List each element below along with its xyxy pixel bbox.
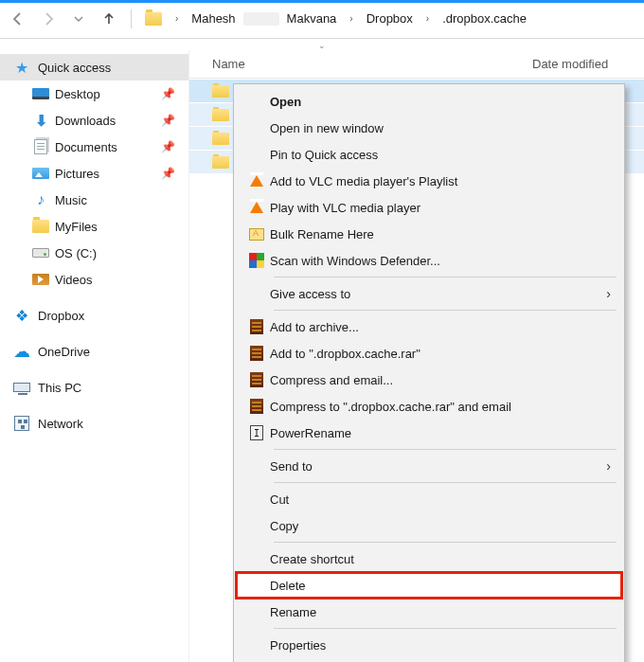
back-button[interactable] xyxy=(8,9,28,29)
vlc-icon xyxy=(243,175,270,187)
sidebar-item-network[interactable]: Network xyxy=(0,410,188,437)
recent-dropdown[interactable] xyxy=(68,9,89,29)
menu-item-properties[interactable]: Properties xyxy=(236,632,622,658)
desktop-icon xyxy=(32,85,49,102)
menu-item-label: Play with VLC media player xyxy=(270,201,613,215)
folder-icon xyxy=(212,133,229,145)
download-icon: ⬇ xyxy=(32,112,49,129)
menu-item-label: Create shortcut xyxy=(270,552,613,566)
sidebar-item-this-pc[interactable]: This PC xyxy=(0,374,188,401)
menu-item-copy[interactable]: Copy xyxy=(236,512,622,539)
pin-icon: 📌 xyxy=(161,114,175,127)
redacted xyxy=(243,12,279,26)
menu-item-powerrename[interactable]: IPowerRename xyxy=(236,420,622,446)
sidebar-item-desktop[interactable]: Desktop 📌 xyxy=(0,81,188,107)
sidebar-item-label: Quick access xyxy=(38,61,111,75)
sidebar-item-pictures[interactable]: Pictures 📌 xyxy=(0,160,188,187)
menu-item-label: Properties xyxy=(270,638,613,653)
menu-item-give-access[interactable]: Give access to› xyxy=(236,280,622,307)
breadcrumb-segment[interactable]: Mahesh xyxy=(188,9,239,27)
sidebar-item-downloads[interactable]: ⬇ Downloads 📌 xyxy=(0,107,188,134)
archive-icon xyxy=(243,399,270,414)
dropbox-icon: ❖ xyxy=(13,307,30,324)
folder-icon xyxy=(212,156,229,169)
menu-item-label: PowerRename xyxy=(270,426,613,440)
sidebar-item-label: Documents xyxy=(55,140,117,154)
sidebar-item-label: This PC xyxy=(38,381,81,395)
context-menu: Open Open in new window Pin to Quick acc… xyxy=(233,83,625,662)
menu-item-label: Delete xyxy=(270,579,613,593)
archive-icon xyxy=(243,319,270,334)
menu-item-defender-scan[interactable]: Scan with Windows Defender... xyxy=(236,247,622,274)
menu-item-open[interactable]: Open xyxy=(236,88,622,115)
sidebar-item-label: Videos xyxy=(55,273,93,287)
menu-item-label: Pin to Quick access xyxy=(270,148,613,162)
sidebar-item-onedrive[interactable]: ☁ OneDrive xyxy=(0,338,188,365)
breadcrumb[interactable]: › Mahesh Makvana › Dropbox › .dropbox.ca… xyxy=(143,6,636,31)
sidebar-item-label: OneDrive xyxy=(38,345,90,359)
column-date[interactable]: Date modified xyxy=(532,57,644,71)
videos-icon xyxy=(32,271,49,288)
vlc-icon xyxy=(243,202,270,213)
bulk-rename-icon xyxy=(243,228,270,241)
menu-item-compress-rar-email[interactable]: Compress to ".dropbox.cache.rar" and ema… xyxy=(236,393,622,420)
breadcrumb-segment[interactable]: .dropbox.cache xyxy=(438,9,530,27)
shield-icon xyxy=(243,253,270,268)
menu-item-vlc-playlist[interactable]: Add to VLC media player's Playlist xyxy=(236,168,622,194)
menu-item-label: Scan with Windows Defender... xyxy=(270,254,613,268)
sidebar-item-label: Pictures xyxy=(55,167,99,181)
sidebar-item-quick-access[interactable]: ★ Quick access xyxy=(0,54,188,81)
ribbon-toggle[interactable]: ⌄ xyxy=(0,41,644,50)
menu-item-label: Add to archive... xyxy=(270,320,613,334)
pin-icon: 📌 xyxy=(161,87,175,100)
menu-item-bulk-rename[interactable]: Bulk Rename Here xyxy=(236,221,622,247)
menu-item-open-new-window[interactable]: Open in new window xyxy=(236,115,622,141)
chevron-right-icon: › xyxy=(606,286,611,301)
menu-item-add-rar[interactable]: Add to ".dropbox.cache.rar" xyxy=(236,340,622,367)
sidebar-item-label: MyFiles xyxy=(55,220,98,234)
menu-item-delete[interactable]: Delete xyxy=(236,572,622,599)
sidebar-item-documents[interactable]: Documents 📌 xyxy=(0,134,188,160)
menu-item-label: Add to VLC media player's Playlist xyxy=(270,174,613,188)
sidebar-item-os-c[interactable]: OS (C:) xyxy=(0,240,188,266)
sidebar-item-label: Dropbox xyxy=(38,309,84,323)
address-bar: › Mahesh Makvana › Dropbox › .dropbox.ca… xyxy=(0,0,644,34)
drive-icon xyxy=(32,244,49,261)
menu-item-rename[interactable]: Rename xyxy=(236,599,622,625)
breadcrumb-segment[interactable]: Dropbox xyxy=(363,9,417,27)
menu-item-cut[interactable]: Cut xyxy=(236,486,622,512)
menu-item-vlc-play[interactable]: Play with VLC media player xyxy=(236,194,622,221)
menu-item-label: Give access to xyxy=(270,287,613,301)
up-button[interactable] xyxy=(98,9,119,29)
menu-item-label: Open xyxy=(270,95,613,109)
folder-icon xyxy=(212,85,229,98)
sidebar-item-dropbox[interactable]: ❖ Dropbox xyxy=(0,302,188,329)
pc-icon xyxy=(13,379,30,396)
music-icon: ♪ xyxy=(32,191,49,208)
breadcrumb-segment[interactable]: Makvana xyxy=(283,9,341,27)
menu-item-pin-quick-access[interactable]: Pin to Quick access xyxy=(236,141,622,168)
archive-icon xyxy=(243,346,270,361)
chevron-icon: › xyxy=(171,11,182,26)
sidebar-item-label: Downloads xyxy=(55,114,116,128)
chevron-icon: › xyxy=(422,11,433,26)
menu-item-compress-email[interactable]: Compress and email... xyxy=(236,367,622,393)
sidebar-item-videos[interactable]: Videos xyxy=(0,266,188,293)
column-name[interactable]: Name xyxy=(212,57,532,71)
chevron-right-icon: › xyxy=(606,458,611,474)
pictures-icon xyxy=(32,165,49,182)
onedrive-icon: ☁ xyxy=(13,343,30,360)
folder-icon xyxy=(32,218,49,235)
menu-item-label: Bulk Rename Here xyxy=(270,227,613,242)
folder-icon xyxy=(145,12,162,26)
powerrename-icon: I xyxy=(243,425,270,440)
forward-button[interactable] xyxy=(38,9,59,29)
sidebar-item-music[interactable]: ♪ Music xyxy=(0,187,188,213)
sidebar-item-label: Desktop xyxy=(55,87,100,101)
menu-item-add-archive[interactable]: Add to archive... xyxy=(236,313,622,340)
menu-item-send-to[interactable]: Send to› xyxy=(236,453,622,479)
sidebar-item-label: Music xyxy=(55,193,87,207)
menu-item-create-shortcut[interactable]: Create shortcut xyxy=(236,546,622,572)
network-icon xyxy=(13,415,30,432)
sidebar-item-myfiles[interactable]: MyFiles xyxy=(0,213,188,240)
